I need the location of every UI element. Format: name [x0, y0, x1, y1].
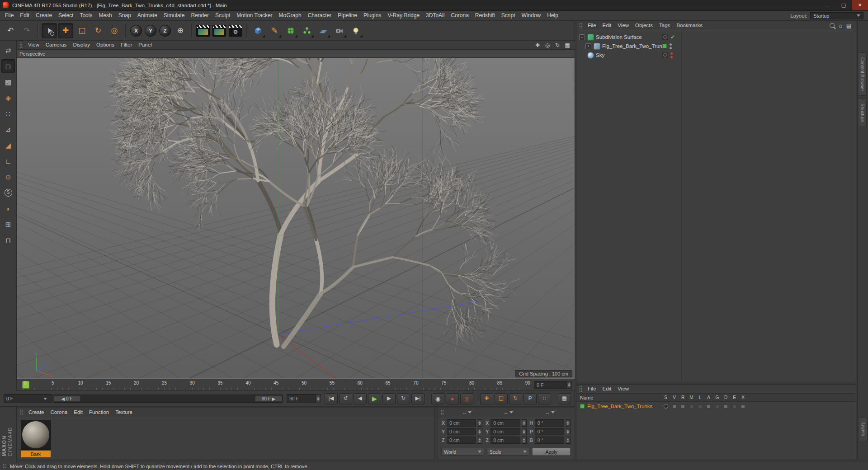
- maximize-button[interactable]: ▢: [835, 0, 852, 10]
- menu-item[interactable]: Corona: [448, 11, 472, 20]
- autokeying-button[interactable]: ●: [446, 393, 459, 404]
- generators-toggle-icon[interactable]: [715, 404, 719, 409]
- viewport-menu-item[interactable]: Panel: [135, 41, 155, 49]
- snap-icon[interactable]: S: [1, 186, 15, 199]
- layer-swatch-icon[interactable]: [662, 52, 668, 58]
- collapse-icon[interactable]: −: [579, 34, 585, 40]
- layer-manager-menu-item[interactable]: Edit: [599, 385, 615, 393]
- range-end-handle[interactable]: 90 F ▶: [255, 395, 282, 402]
- model-mode-icon[interactable]: ◻: [1, 59, 15, 73]
- position-y-field[interactable]: 0 cm: [447, 428, 476, 435]
- keyframe-selection-button[interactable]: ◎: [460, 393, 473, 404]
- menu-item[interactable]: 3DToAll: [423, 11, 448, 20]
- move-tool-button[interactable]: ✚: [58, 23, 73, 38]
- size-y-field[interactable]: 0 cm: [491, 428, 520, 435]
- panel-drag-handle[interactable]: [579, 386, 582, 392]
- make-editable-icon[interactable]: ⇄: [1, 43, 15, 57]
- undo-button[interactable]: ↶: [3, 23, 18, 38]
- visibility-dots-icon[interactable]: [670, 52, 673, 58]
- size-x-field[interactable]: 0 cm: [491, 419, 520, 427]
- record-keyframe-button[interactable]: ◉: [431, 393, 444, 404]
- lock-z-axis-button[interactable]: Z: [159, 25, 171, 37]
- edges-mode-icon[interactable]: ⊿: [1, 122, 15, 136]
- rotate-view-icon[interactable]: ↻: [552, 41, 562, 49]
- apply-button[interactable]: Apply: [532, 448, 571, 456]
- panel-drag-handle[interactable]: [20, 409, 23, 415]
- menu-item[interactable]: Help: [544, 11, 561, 20]
- position-z-field[interactable]: 0 cm: [447, 437, 476, 444]
- camera-button[interactable]: [332, 23, 347, 38]
- close-button[interactable]: ✕: [852, 0, 868, 10]
- layer-swatch-icon[interactable]: [662, 34, 668, 40]
- menu-item[interactable]: Create: [33, 11, 55, 20]
- goto-start-button[interactable]: |◀: [325, 393, 338, 404]
- subdivision-surface-button[interactable]: [283, 23, 298, 38]
- position-x-field[interactable]: 0 cm: [447, 419, 476, 427]
- menu-item[interactable]: Pipeline: [335, 11, 360, 20]
- workplane-lock-icon[interactable]: ⊞: [1, 217, 15, 231]
- environment-floor-button[interactable]: [316, 23, 331, 38]
- menu-item[interactable]: Script: [498, 11, 519, 20]
- menu-item[interactable]: Tools: [76, 11, 95, 20]
- visible-toggle-icon[interactable]: [672, 404, 676, 409]
- layer-color-icon[interactable]: [580, 404, 585, 409]
- minimize-button[interactable]: –: [819, 0, 835, 10]
- menu-item[interactable]: Render: [188, 11, 212, 20]
- key-rotation-button[interactable]: ↻: [509, 393, 522, 404]
- spline-pen-button[interactable]: ✎: [267, 23, 282, 38]
- deformers-toggle-icon[interactable]: [724, 404, 728, 409]
- ruler-frame-field[interactable]: 0 F: [534, 381, 572, 389]
- layer-manager-menu-item[interactable]: View: [614, 385, 632, 393]
- stepper-icon[interactable]: [477, 437, 482, 444]
- menu-item[interactable]: Sculpt: [212, 11, 233, 20]
- next-frame-button[interactable]: ▶: [382, 393, 396, 404]
- viewport-menu-item[interactable]: View: [25, 41, 42, 49]
- rotation-p-field[interactable]: 0 °: [535, 428, 564, 435]
- range-start-handle[interactable]: ◀ 0 F: [53, 395, 80, 402]
- panel-drag-handle[interactable]: [3, 464, 6, 469]
- coordinate-system-button[interactable]: ⊕: [173, 23, 188, 38]
- visibility-dots-icon[interactable]: [670, 43, 672, 49]
- workplane-mode-icon[interactable]: ◈: [1, 91, 15, 104]
- coordinate-space-select[interactable]: World: [441, 448, 484, 456]
- scale-tool-button[interactable]: ◱: [74, 23, 90, 38]
- size-mode-select[interactable]: Scale: [487, 448, 530, 456]
- menu-item[interactable]: Mesh: [95, 11, 115, 20]
- last-used-tool-button[interactable]: ◎: [107, 23, 122, 38]
- render-picture-viewer-button[interactable]: [212, 23, 227, 38]
- paint-icon[interactable]: ◗: [1, 202, 15, 215]
- goto-end-button[interactable]: ▶|: [411, 393, 425, 404]
- stepper-icon[interactable]: [522, 419, 527, 427]
- render-settings-button[interactable]: ⚙: [228, 23, 243, 38]
- toggle-views-icon[interactable]: ▦: [562, 41, 572, 49]
- lock-y-axis-button[interactable]: Y: [145, 25, 156, 37]
- menu-item[interactable]: Edit: [17, 11, 33, 20]
- play-backwards-button[interactable]: ↺: [339, 393, 352, 404]
- render-view-button[interactable]: [195, 23, 211, 38]
- polygons-mode-icon[interactable]: ◢: [1, 138, 15, 152]
- menu-item[interactable]: Window: [519, 11, 544, 20]
- object-row-sky[interactable]: Sky: [576, 51, 856, 60]
- render-toggle-icon[interactable]: [681, 404, 685, 409]
- panel-menu-icon[interactable]: ▤: [846, 23, 851, 29]
- layer-row[interactable]: Fig_Tree_Bark_Two_Trunks: [576, 402, 856, 411]
- stepper-icon[interactable]: [566, 428, 571, 435]
- menu-item[interactable]: Redshift: [472, 11, 498, 20]
- play-loop-button[interactable]: ↻: [397, 393, 410, 404]
- layer-manager-menu-item[interactable]: File: [585, 385, 599, 393]
- menu-item[interactable]: V-Ray Bridge: [384, 11, 423, 20]
- stepper-icon[interactable]: [567, 381, 572, 389]
- position-column-select[interactable]: --: [446, 410, 488, 415]
- object-manager-menu-item[interactable]: Objects: [632, 21, 656, 30]
- expressions-toggle-icon[interactable]: [732, 404, 736, 409]
- timeline-ruler[interactable]: 051015202530354045505560657075808590 0 F: [17, 379, 575, 391]
- layer-color-icon[interactable]: [662, 44, 667, 48]
- rotation-b-field[interactable]: 0 °: [535, 437, 564, 444]
- menu-item[interactable]: Character: [305, 11, 335, 20]
- end-frame-field[interactable]: 90 F: [287, 394, 321, 403]
- key-scale-button[interactable]: ◱: [495, 393, 508, 404]
- menu-item[interactable]: MoGraph: [276, 11, 305, 20]
- material-thumbnail[interactable]: [21, 420, 51, 450]
- xref-toggle-icon[interactable]: [741, 404, 745, 409]
- search-icon[interactable]: [830, 23, 835, 28]
